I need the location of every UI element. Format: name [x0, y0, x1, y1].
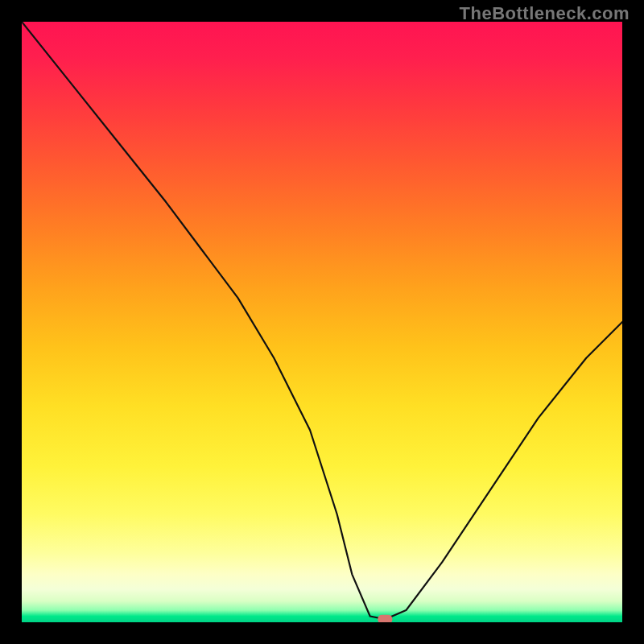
- plot-area: [22, 22, 622, 622]
- chart-frame: TheBottleneck.com: [0, 0, 644, 644]
- curve-svg: [22, 22, 622, 622]
- bottleneck-curve: [22, 22, 622, 619]
- sweet-spot-marker: [378, 615, 392, 622]
